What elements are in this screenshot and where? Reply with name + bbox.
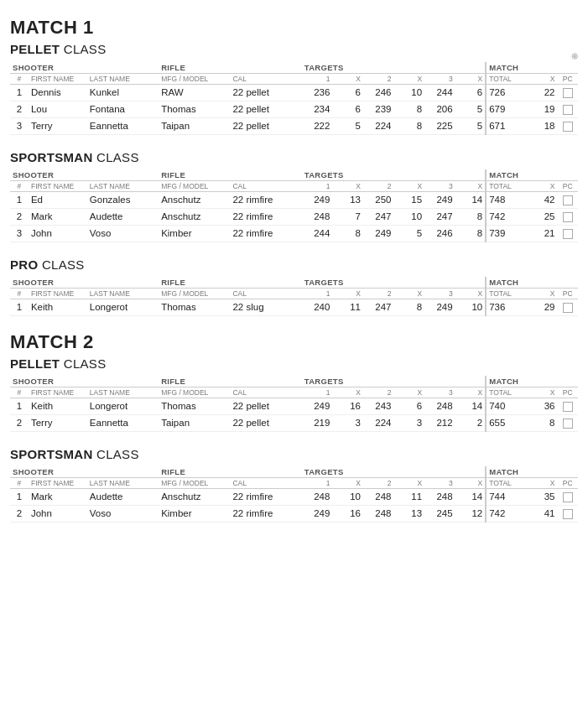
row-total: 671 [486,117,532,134]
camera-icon[interactable]: ⎈ [571,49,578,62]
row-lastname: Kunkel [87,85,159,101]
row-total: 726 [486,85,532,101]
row-cal: 22 pellet [230,101,301,117]
row-t3: 249 [424,191,455,208]
row-total: 742 [486,505,532,522]
shooter-header: SHOOTER [10,277,159,289]
col-t3-header: 3 [424,74,455,85]
col-x1-header: X [332,180,363,191]
row-mfg: Anschutz [159,208,230,225]
row-firstname: Keith [29,299,87,315]
targets-header: TARGETS [302,169,486,181]
row-t1: 248 [302,488,333,505]
row-firstname: Terry [29,414,87,431]
col-xtotal-header: X [532,180,557,191]
class-name-rest: CLASS [42,257,85,272]
row-pc [558,208,579,225]
row-t1: 248 [302,208,333,225]
row-firstname: Mark [29,208,87,225]
row-x3: 14 [455,398,487,414]
row-xtotal: 29 [532,299,557,315]
col-x2-header: X [393,477,424,488]
row-num: 1 [10,488,29,505]
match-header: MATCH [486,62,578,74]
row-firstname: Dennis [29,85,87,101]
row-x1: 13 [332,191,363,208]
row-t1: 249 [302,398,333,414]
row-mfg: Taipan [159,414,230,431]
row-t1: 249 [302,191,333,208]
row-x1: 16 [332,505,363,522]
col-firstname-header: FIRST NAME [29,288,87,299]
row-mfg: Taipan [159,117,230,134]
row-t1: 234 [302,101,333,117]
col-cal-header: CAL [230,180,301,191]
row-x3: 8 [455,225,487,242]
row-t3: 212 [424,414,455,431]
row-lastname: Longerot [87,299,159,315]
row-pc [558,414,579,431]
row-t2: 247 [363,208,394,225]
row-t2: 248 [363,488,394,505]
row-firstname: John [29,225,87,242]
row-pc [558,191,579,208]
row-x3: 2 [455,414,487,431]
row-lastname: Eannetta [87,117,159,134]
match-section: MATCH 2 PELLET CLASS SHOOTER RIFLE TARGE… [10,331,578,523]
row-x2: 10 [393,208,424,225]
row-t3: 248 [424,488,455,505]
col-t3-header: 3 [424,477,455,488]
row-cal: 22 rimfire [230,505,301,522]
row-t2: 239 [363,101,394,117]
row-t1: 244 [302,225,333,242]
row-cal: 22 pellet [230,398,301,414]
row-xtotal: 36 [532,398,557,414]
row-pc [558,101,579,117]
class-name-rest: CLASS [64,356,107,371]
col-t1-header: 1 [302,288,333,299]
col-x2-header: X [393,387,424,398]
row-xtotal: 8 [532,414,557,431]
row-lastname: Gonzales [87,191,159,208]
row-pc [558,85,579,101]
col-t2-header: 2 [363,74,394,85]
col-t1-header: 1 [302,180,333,191]
row-x3: 8 [455,208,487,225]
col-firstname-header: FIRST NAME [29,387,87,398]
row-xtotal: 41 [532,505,557,522]
row-x2: 3 [393,414,424,431]
col-x2-header: X [393,74,424,85]
row-x3: 6 [455,85,487,101]
row-total: 736 [486,299,532,315]
col-x2-header: X [393,288,424,299]
match-header: MATCH [486,466,578,478]
targets-header: TARGETS [302,466,486,478]
row-mfg: Anschutz [159,191,230,208]
row-total: 742 [486,208,532,225]
row-t2: 247 [363,299,394,315]
col-x1-header: X [332,387,363,398]
class-name-bold: SPORTSMAN [10,150,93,164]
class-name-bold: PRO [10,257,38,272]
row-x3: 12 [455,505,487,522]
rifle-header: RIFLE [159,62,302,74]
row-lastname: Longerot [87,398,159,414]
row-x2: 15 [393,191,424,208]
row-cal: 22 rimfire [230,208,301,225]
row-num: 2 [10,101,29,117]
col-mfg-header: MFG / MODEL [159,74,230,85]
row-x2: 8 [393,299,424,315]
row-xtotal: 21 [532,225,557,242]
row-t3: 206 [424,101,455,117]
shooter-header: SHOOTER [10,62,159,74]
col-pc-header: PC [558,180,579,191]
targets-header: TARGETS [302,62,486,74]
row-xtotal: 19 [532,101,557,117]
col-x3-header: X [455,288,487,299]
row-x3: 5 [455,117,487,134]
col-pc-header: PC [558,387,579,398]
table-row: 2 Terry Eannetta Taipan 22 pellet 219 3 … [10,414,578,431]
row-x1: 3 [332,414,363,431]
row-num: 2 [10,208,29,225]
class-section: SPORTSMAN CLASS SHOOTER RIFLE TARGETS MA… [10,150,578,242]
